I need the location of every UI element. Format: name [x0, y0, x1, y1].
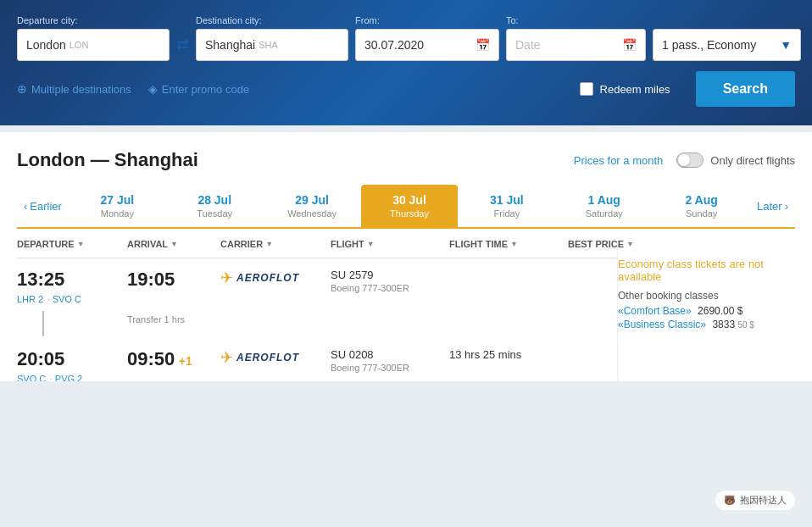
multiple-destinations-label: Multiple destinations: [31, 83, 131, 96]
th-arrival[interactable]: ARRIVAL ▼: [127, 239, 220, 249]
earlier-label: Earlier: [30, 200, 62, 213]
date-weekday-0: Monday: [75, 208, 159, 219]
date-day-5: 1 Aug: [562, 193, 646, 207]
booking-class-1-name[interactable]: «Comfort Base»: [618, 305, 692, 317]
aeroflot-logo: ✈ AEROFLOT: [220, 269, 331, 287]
date-day-0: 27 Jul: [75, 193, 159, 207]
date-weekday-3: Thursday: [368, 208, 452, 219]
aeroflot-logo-2: ✈ AEROFLOT: [220, 348, 331, 367]
date-item-0[interactable]: 27 Jul Monday: [69, 185, 166, 227]
passengers-value: 1 pass., Economy: [662, 38, 756, 52]
date-weekday-4: Friday: [464, 208, 548, 219]
seg2-departure: 20:05 SVO C · PVG 2: [17, 348, 127, 381]
to-calendar-icon[interactable]: 📅: [622, 38, 637, 52]
seg2-pvg: PVG 2: [55, 374, 82, 381]
destination-label: Destination city:: [196, 15, 348, 25]
redeem-group: Redeem miles: [580, 82, 670, 96]
th-departure[interactable]: DEPARTURE ▼: [17, 239, 127, 249]
departure-city: London: [26, 38, 66, 52]
promo-code-link[interactable]: ◈ Enter promo code: [148, 82, 249, 96]
promo-icon: ◈: [148, 82, 158, 96]
seg2-flight-number: SU 0208: [331, 348, 449, 361]
departure-code: LON: [70, 40, 89, 50]
date-item-1[interactable]: 28 Jul Tuesday: [166, 185, 264, 227]
date-day-2: 29 Jul: [270, 193, 354, 207]
booking-class-2-name[interactable]: «Business Classic»: [618, 319, 706, 330]
passengers-input[interactable]: 1 pass., Economy ▼: [653, 29, 801, 61]
date-item-2[interactable]: 29 Jul Wednesday: [264, 185, 361, 227]
swap-icon[interactable]: ⇄: [176, 36, 189, 54]
direct-toggle: Only direct flights: [676, 153, 795, 168]
departure-field-group: Departure city: London LON: [17, 15, 170, 61]
th-flighttime[interactable]: FLIGHT TIME ▼: [449, 239, 568, 249]
destination-input[interactable]: Shanghai SHA: [196, 29, 348, 61]
seg1-dep-airports: LHR 2: [17, 294, 43, 304]
date-day-3: 30 Jul: [368, 193, 452, 207]
to-date-field-group: To: Date 📅: [506, 15, 646, 61]
destination-city: Shanghai: [205, 38, 255, 52]
multi-dest-icon: ⊕: [17, 82, 27, 96]
date-day-6: 2 Aug: [659, 193, 743, 207]
flight-sort-icon: ▼: [367, 240, 375, 248]
date-item-4[interactable]: 31 Jul Friday: [458, 185, 555, 227]
date-day-1: 28 Jul: [173, 193, 257, 207]
date-weekday-2: Wednesday: [270, 208, 354, 219]
date-item-3[interactable]: 30 Jul Thursday: [361, 185, 459, 227]
to-date-input[interactable]: Date 📅: [506, 29, 646, 61]
seg1-arrival: 19:05: [127, 269, 220, 291]
seg1-flight-number: SU 2579: [331, 269, 449, 281]
booking-class-2-price: 3833: [712, 319, 735, 330]
date-item-5[interactable]: 1 Aug Saturday: [555, 185, 653, 227]
departure-input[interactable]: London LON: [17, 29, 170, 61]
earlier-nav[interactable]: ‹ Earlier: [17, 191, 69, 221]
destination-code: SHA: [259, 40, 278, 50]
th-flighttime-label: FLIGHT TIME: [449, 239, 508, 249]
toggle-knob: [678, 154, 690, 166]
search-button[interactable]: Search: [696, 71, 795, 107]
departure-sort-icon: ▼: [77, 240, 85, 248]
seg1-aircraft: Boeing 777-300ER: [331, 283, 449, 293]
from-date-value: 30.07.2020: [364, 38, 424, 52]
th-flight[interactable]: FLIGHT ▼: [331, 239, 449, 249]
transfer-label: Transfer 1 hrs: [127, 311, 185, 336]
header-right: Prices for a month Only direct flights: [574, 153, 795, 168]
direct-flights-label: Only direct flights: [710, 154, 795, 167]
seg2-carrier: ✈ AEROFLOT: [220, 348, 331, 367]
multiple-destinations-link[interactable]: ⊕ Multiple destinations: [17, 82, 131, 96]
seg1-svo: SVO C: [53, 294, 81, 304]
th-flight-label: FLIGHT: [331, 239, 364, 249]
earlier-chevron-icon: ‹: [24, 200, 27, 213]
later-nav[interactable]: Later ›: [750, 191, 795, 221]
aeroflot-name: AEROFLOT: [236, 272, 299, 284]
seg2-flight: SU 0208 Boeing 777-300ER: [331, 348, 449, 373]
from-label: From:: [355, 15, 499, 25]
date-weekday-5: Saturday: [562, 208, 646, 219]
destination-field-group: Destination city: Shanghai SHA: [196, 15, 348, 61]
results-header: London — Shanghai Prices for a month Onl…: [17, 149, 795, 171]
th-bestprice[interactable]: BEST PRICE ▼: [568, 239, 754, 249]
carrier-sort-icon: ▼: [265, 240, 273, 248]
redeem-label: Redeem miles: [600, 83, 670, 96]
th-carrier[interactable]: CARRIER ▼: [220, 239, 331, 249]
from-date-input[interactable]: 30.07.2020 📅: [355, 29, 499, 61]
search-bar: Departure city: London LON ⇄ Destination…: [0, 0, 812, 125]
passengers-field-group: 1 pass., Economy ▼: [653, 15, 801, 61]
to-label: To:: [506, 15, 646, 25]
promo-code-label: Enter promo code: [162, 83, 249, 96]
date-item-6[interactable]: 2 Aug Sunday: [653, 185, 750, 227]
date-weekday-6: Sunday: [659, 208, 743, 219]
transfer-col: [17, 311, 127, 336]
calendar-icon[interactable]: 📅: [476, 38, 490, 52]
seg1-flight: SU 2579 Boeing 777-300ER: [331, 269, 449, 293]
direct-flights-toggle[interactable]: [676, 153, 704, 168]
seg2-dep-time: 20:05: [17, 348, 64, 369]
aeroflot-name-2: AEROFLOT: [236, 352, 299, 363]
seg2-flighttime: 13 hrs 25 mins: [449, 348, 568, 361]
passengers-label: [653, 15, 801, 25]
redeem-checkbox[interactable]: [580, 82, 593, 96]
aeroflot-wing-icon-2: ✈: [220, 348, 233, 367]
prices-month-link[interactable]: Prices for a month: [574, 154, 664, 167]
price-column: [600, 258, 795, 270]
seg1-dep-time: 13:25: [17, 269, 64, 290]
th-departure-label: DEPARTURE: [17, 239, 75, 249]
